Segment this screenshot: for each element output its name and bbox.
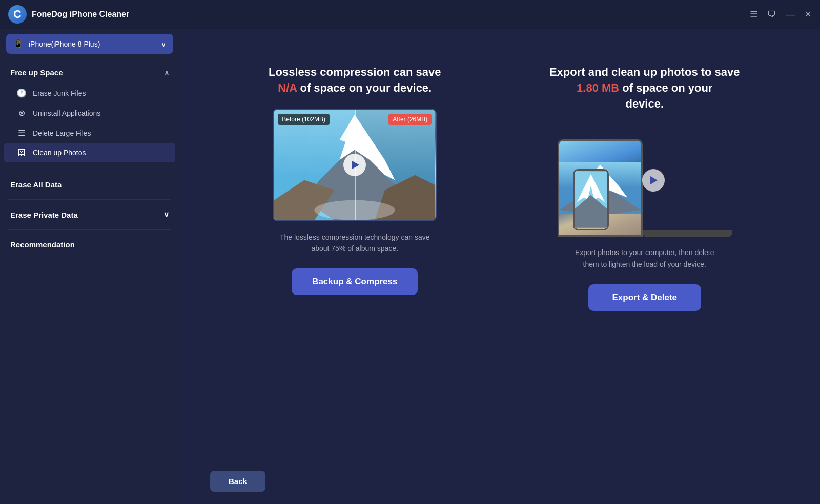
chevron-down-icon-private: ∨ [163,210,169,219]
export-title-part3: device. [625,97,664,110]
export-play-button[interactable] [642,169,665,192]
sidebar-item-label: Uninstall Applications [33,109,100,117]
laptop-base [643,230,732,237]
title-bar: C FoneDog iPhone Cleaner ☰ 🗨 — ✕ [0,0,820,29]
chat-icon[interactable]: 🗨 [767,10,776,19]
backup-card-title: Lossless compression can save N/A of spa… [269,65,441,96]
photos-icon: 🖼 [16,148,27,157]
sidebar-item-label-erase-private: Erase Private Data [10,211,78,219]
sidebar-item-uninstall-apps[interactable]: ⊗ Uninstall Applications [4,103,175,123]
before-label: Before (102MB) [278,114,330,125]
phone-mock [573,169,609,230]
sidebar-item-label-erase-all: Erase All Data [10,180,61,189]
file-icon: ☰ [16,128,27,138]
backup-compress-card: Lossless compression can save N/A of spa… [210,49,500,452]
back-button[interactable]: Back [210,471,265,492]
menu-icon[interactable]: ☰ [750,10,758,19]
collapse-icon: ∧ [164,69,169,77]
main-layout: 📱 iPhone(iPhone 8 Plus) ∨ Free up Space … [0,29,820,504]
close-icon[interactable]: ✕ [804,10,812,19]
content-area: Lossless compression can save N/A of spa… [179,29,820,504]
export-title-part2: of space on your [622,81,712,94]
after-label: After (26MB) [388,114,432,125]
chevron-down-icon: ∨ [161,40,166,48]
device-name: iPhone(iPhone 8 Plus) [29,40,156,48]
bottom-bar: Back [179,463,820,504]
sidebar-divider-3 [8,229,171,230]
sidebar-item-label: Erase Junk Files [33,89,86,97]
export-description: Export photos to your computer, then del… [568,247,722,270]
sidebar-item-recommendation[interactable]: Recommendation [0,233,179,256]
export-title-part1: Export and clean up photos to save [549,66,740,78]
sidebar-item-clean-photos[interactable]: 🖼 Clean up Photos [4,143,175,162]
sidebar-item-label: Clean up Photos [33,149,86,157]
export-card-title: Export and clean up photos to save 1.80 … [549,65,740,112]
sidebar-item-erase-all-data[interactable]: Erase All Data [0,173,179,196]
window-controls: ☰ 🗨 — ✕ [750,10,812,19]
sidebar-section-header-free-up-space[interactable]: Free up Space ∧ [0,62,179,83]
play-button[interactable] [343,154,366,176]
sidebar: 📱 iPhone(iPhone 8 Plus) ∨ Free up Space … [0,29,179,504]
phone-screen [575,171,607,229]
clock-icon: 🕐 [16,88,27,98]
sidebar-item-label-recommendation: Recommendation [10,240,75,249]
backup-title-highlight: N/A [278,81,297,94]
sidebar-item-label: Delete Large Files [33,129,91,137]
sidebar-divider-1 [8,170,171,170]
app-logo: C [8,5,27,24]
export-title-highlight: 1.80 MB [577,81,619,94]
sidebar-item-erase-junk[interactable]: 🕐 Erase Junk Files [4,83,175,103]
phone-screen-svg [575,171,607,229]
device-selector[interactable]: 📱 iPhone(iPhone 8 Plus) ∨ [6,34,173,54]
section-label-free-up-space: Free up Space [10,68,63,77]
sidebar-section-free-up-space: Free up Space ∧ 🕐 Erase Junk Files ⊗ Uni… [0,62,179,166]
minimize-icon[interactable]: — [786,10,795,19]
backup-title-part1: Lossless compression can save [269,66,441,78]
export-image [558,124,732,237]
apps-icon: ⊗ [16,108,27,118]
backup-compress-button[interactable]: Backup & Compress [292,268,418,295]
app-title: FoneDog iPhone Cleaner [32,10,750,19]
export-delete-card: Export and clean up photos to save 1.80 … [500,49,790,452]
sidebar-item-delete-large[interactable]: ☰ Delete Large Files [4,123,175,143]
phone-icon: 📱 [13,39,24,49]
sidebar-divider-2 [8,199,171,200]
backup-description: The lossless compression technology can … [278,232,432,255]
sidebar-item-erase-private-data[interactable]: Erase Private Data ∨ [0,203,179,226]
content-inner: Lossless compression can save N/A of spa… [179,29,820,463]
export-delete-button[interactable]: Export & Delete [588,284,701,311]
backup-title-part2: of space on your device. [300,81,432,94]
compression-image: Before (102MB) After (26MB) [273,109,437,221]
